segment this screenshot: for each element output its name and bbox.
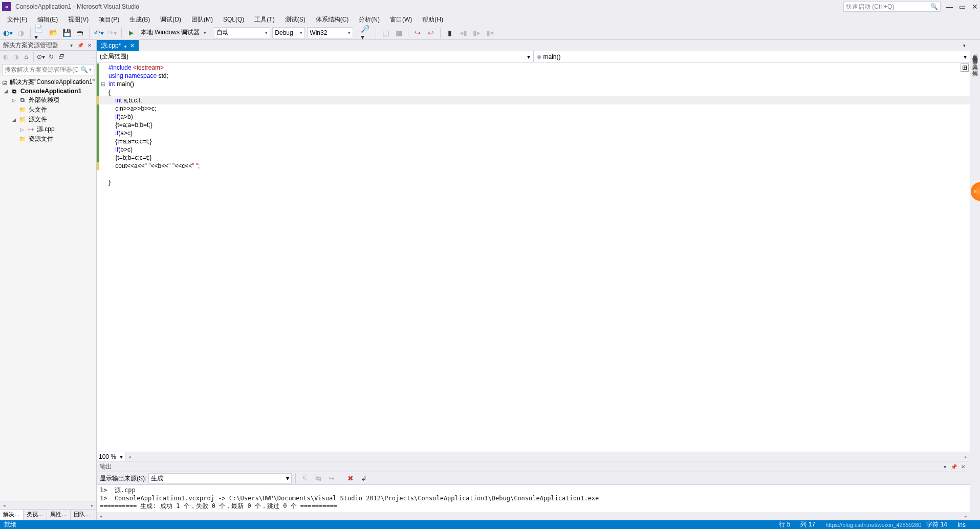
prev-bookmark-button[interactable]: ◂▮ (458, 27, 469, 38)
comment-button[interactable]: ▤ (380, 27, 391, 38)
right-rail-tab[interactable]: 服务器资源管理器 (971, 50, 979, 54)
code-line[interactable]: if(b>c) (97, 145, 970, 154)
menu-item[interactable]: 分析(N) (354, 14, 385, 25)
nav-back-button[interactable]: ◐▾ (2, 27, 13, 38)
code-line[interactable]: { (97, 88, 970, 96)
menu-item[interactable]: 文件(F) (2, 14, 32, 25)
code-line[interactable] (97, 170, 970, 178)
menu-item[interactable]: 工具(T) (249, 14, 279, 25)
start-debug-button[interactable]: ▶ (125, 27, 137, 38)
output-h-scrollbar[interactable]: ◂▸ (97, 512, 970, 520)
save-button[interactable]: 💾 (61, 27, 72, 38)
code-line[interactable]: cout<<a<<" "<<b<<" "<<c<<" "; (97, 162, 970, 170)
output-source-dropdown[interactable]: 生成▾ (148, 473, 292, 483)
menu-item[interactable]: 编辑(E) (32, 14, 63, 25)
menu-item[interactable]: 团队(M) (186, 14, 218, 25)
goto-message-button[interactable]: ↪ (326, 473, 337, 484)
h-scrollbar[interactable] (134, 453, 962, 461)
refresh-icon[interactable]: ↻ (47, 51, 56, 62)
undo-button[interactable]: ↶▾ (93, 27, 104, 38)
quick-launch-input[interactable]: 快速启动 (Ctrl+Q) 🔍 (843, 2, 941, 12)
close-button[interactable]: ✕ (972, 3, 978, 11)
headers-node[interactable]: 📁头文件 (0, 105, 96, 115)
bookmark-button[interactable]: ▮ (444, 27, 455, 38)
document-tab[interactable]: 源.cpp* ⬥ ✕ (97, 40, 139, 51)
zoom-dropdown[interactable]: 100 %▾ (97, 452, 125, 461)
next-bookmark-button[interactable]: ▮▸ (471, 27, 482, 38)
step-over-button[interactable]: ↩ (425, 27, 437, 38)
panel-tab[interactable]: 解决… (0, 510, 24, 520)
menu-item[interactable]: 调试(D) (155, 14, 186, 25)
configuration-dropdown[interactable]: Debug▾ (272, 27, 305, 38)
right-rail-tab[interactable]: 工具箱 (971, 59, 979, 61)
code-line[interactable]: {t=a;a=b;b=t;} (97, 121, 970, 129)
maximize-button[interactable]: ▭ (959, 3, 966, 11)
panel-menu-button[interactable]: ▾ (68, 41, 75, 49)
code-line[interactable]: if(a>b) (97, 113, 970, 121)
open-button[interactable]: 📂 (48, 27, 59, 38)
tabs-menu-button[interactable]: ▾ (959, 40, 970, 51)
menu-item[interactable]: 生成(B) (124, 14, 155, 25)
code-line[interactable]: ⊟int main() (97, 80, 970, 88)
output-text[interactable]: 1> 源.cpp 1> ConsoleApplication1.vcxproj … (97, 484, 970, 512)
minimize-button[interactable]: — (946, 3, 953, 11)
code-line[interactable]: } (97, 178, 970, 186)
panel-menu-button[interactable]: ▾ (941, 463, 948, 470)
new-project-button[interactable]: 📄▾ (34, 27, 46, 38)
find-button[interactable]: 🔎▾ (361, 27, 372, 38)
clear-output-button[interactable]: ✖ (345, 473, 356, 484)
scroll-right-button[interactable]: ▸ (962, 453, 970, 461)
right-rail-tab[interactable]: 属性 (971, 66, 979, 67)
menu-item[interactable]: 测试(S) (280, 14, 311, 25)
uncomment-button[interactable]: ▥ (393, 27, 404, 38)
pin-icon[interactable]: ⬥ (124, 43, 127, 49)
menu-item[interactable]: 窗口(W) (385, 14, 417, 25)
sync-icon[interactable]: ⊙▾ (36, 51, 46, 62)
collapse-icon[interactable]: 🗗 (57, 51, 66, 62)
code-line[interactable]: {t=b;b=c;c=t;} (97, 154, 970, 162)
scope-left-dropdown[interactable]: (全局范围) ▾ (97, 51, 534, 62)
clear-bookmarks-button[interactable]: ▮▾ (484, 27, 495, 38)
project-node[interactable]: ◢⧉ConsoleApplication1 (0, 87, 96, 95)
solution-search-input[interactable]: 搜索解决方案资源管理器(C 🔍 ▾ (2, 64, 94, 75)
code-line[interactable]: int a,b,c,t; (97, 96, 970, 104)
menu-item[interactable]: 体系结构(C) (311, 14, 354, 25)
sources-node[interactable]: ◢📁源文件 (0, 115, 96, 124)
goto-next-button[interactable]: ↹ (313, 473, 324, 484)
debug-target-label[interactable]: 本地 Windows 调试器 (139, 28, 202, 37)
redo-button[interactable]: ↷▾ (106, 27, 118, 38)
panel-tab[interactable]: 团队… (71, 510, 94, 520)
menu-item[interactable]: 帮助(H) (417, 14, 448, 25)
panel-tab[interactable]: 属性… (47, 510, 71, 520)
platform-dropdown[interactable]: Win32▾ (307, 27, 353, 38)
solution-config-dropdown[interactable]: 自动▾ (214, 27, 270, 38)
resources-node[interactable]: 📁资源文件 (0, 134, 96, 144)
panel-close-button[interactable]: ✕ (86, 41, 93, 49)
solution-h-scrollbar[interactable]: ◂▸ (0, 501, 96, 509)
panel-close-button[interactable]: ✕ (960, 463, 967, 470)
forward-icon[interactable]: ◑ (11, 51, 20, 62)
pin-icon[interactable]: 📌 (77, 41, 84, 49)
code-line[interactable]: {t=a;a=c;c=t;} (97, 137, 970, 145)
home-icon[interactable]: ⌂ (21, 51, 31, 62)
menu-item[interactable]: SQL(Q) (218, 15, 249, 24)
menu-item[interactable]: 视图(V) (63, 14, 94, 25)
nav-forward-button[interactable]: ◑ (15, 27, 27, 38)
code-line[interactable]: if(a>c) (97, 129, 970, 137)
code-line[interactable]: #include <iostream> (97, 64, 970, 72)
code-editor[interactable]: #include <iostream>using namespace std;⊟… (97, 62, 970, 452)
code-line[interactable]: using namespace std; (97, 72, 970, 80)
pin-icon[interactable]: 📌 (950, 463, 957, 470)
back-icon[interactable]: ◐ (1, 51, 10, 62)
wrap-button[interactable]: ↲ (358, 473, 369, 484)
panel-tab[interactable]: 类视… (24, 510, 47, 520)
goto-prev-button[interactable]: ↸ (299, 473, 311, 484)
step-into-button[interactable]: ↪ (412, 27, 423, 38)
scope-right-dropdown[interactable]: ◈ main() ▾ (534, 51, 970, 62)
scroll-left-button[interactable]: ◂ (125, 453, 134, 461)
solution-node[interactable]: 🗂解决方案"ConsoleApplication1" (0, 77, 96, 87)
save-all-button[interactable]: 🗃 (74, 27, 85, 38)
external-deps-node[interactable]: ▷⧉外部依赖项 (0, 95, 96, 105)
source-cpp-node[interactable]: ▷++源.cpp (0, 124, 96, 134)
code-line[interactable]: cin>>a>>b>>c; (97, 104, 970, 113)
